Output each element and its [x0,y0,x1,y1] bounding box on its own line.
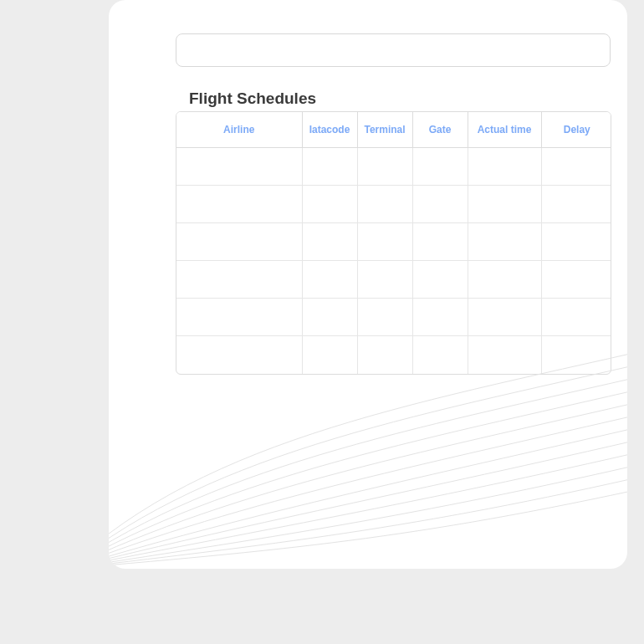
cell-actual-time [468,261,541,299]
cell-actual-time [468,223,541,261]
flight-schedule-table: Airline Iatacode Terminal Gate Actual ti… [176,111,611,375]
cell-actual-time [468,148,541,186]
cell-delay [541,148,611,186]
cell-delay [541,186,611,223]
cell-iatacode [302,186,357,223]
section-title: Flight Schedules [189,89,316,108]
cell-delay [541,261,611,299]
cell-terminal [357,148,412,186]
column-header-gate: Gate [412,112,468,148]
cell-terminal [357,336,412,374]
table-row [176,299,611,336]
cell-gate [412,336,468,374]
cell-actual-time [468,299,541,336]
cell-airline [176,186,302,223]
cell-gate [412,261,468,299]
cell-terminal [357,186,412,223]
main-panel: Flight Schedules Airline Iatacode Termin… [109,0,627,569]
column-header-iatacode: Iatacode [302,112,357,148]
column-header-airline: Airline [176,112,302,148]
table-row [176,261,611,299]
cell-delay [541,223,611,261]
cell-actual-time [468,336,541,374]
cell-iatacode [302,261,357,299]
cell-delay [541,299,611,336]
table-row [176,223,611,261]
cell-gate [412,148,468,186]
cell-actual-time [468,186,541,223]
search-input[interactable] [176,33,611,67]
cell-gate [412,223,468,261]
cell-airline [176,148,302,186]
column-header-actual-time: Actual time [468,112,541,148]
cell-iatacode [302,336,357,374]
column-header-delay: Delay [541,112,611,148]
table-row [176,336,611,374]
cell-delay [541,336,611,374]
cell-iatacode [302,299,357,336]
cell-airline [176,336,302,374]
cell-terminal [357,299,412,336]
cell-airline [176,299,302,336]
cell-terminal [357,223,412,261]
table-row [176,148,611,186]
cell-iatacode [302,148,357,186]
cell-gate [412,186,468,223]
cell-terminal [357,261,412,299]
column-header-terminal: Terminal [357,112,412,148]
table-row [176,186,611,223]
cell-iatacode [302,223,357,261]
cell-airline [176,261,302,299]
cell-gate [412,299,468,336]
cell-airline [176,223,302,261]
decorative-waves [109,351,627,569]
